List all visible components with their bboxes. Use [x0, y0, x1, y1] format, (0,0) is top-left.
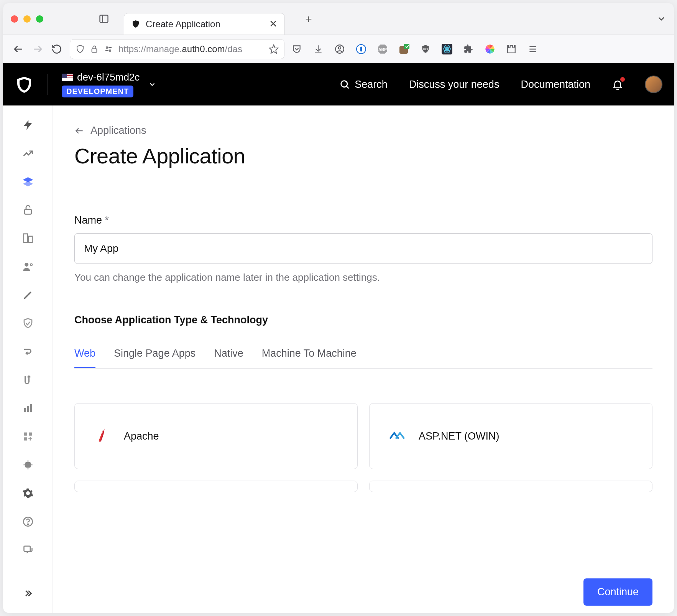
documentation-link[interactable]: Documentation [521, 79, 590, 91]
titlebar: Create Application ✕ ＋ [3, 3, 674, 35]
adblock-icon[interactable]: ABP [377, 44, 388, 54]
permissions-icon [104, 44, 113, 54]
divider [48, 74, 48, 95]
ublock-icon[interactable]: uO [420, 44, 431, 54]
tech-card-placeholder[interactable] [369, 481, 652, 492]
tech-label: ASP.NET (OWIN) [419, 430, 500, 442]
account-icon[interactable] [334, 44, 345, 54]
tech-label: Apache [124, 430, 159, 442]
reload-button[interactable] [51, 43, 63, 55]
nav-getting-started-icon[interactable] [21, 119, 35, 132]
nav-authentication-icon[interactable] [21, 203, 35, 216]
nav-security-icon[interactable] [21, 317, 35, 330]
nav-forms-icon[interactable] [21, 373, 35, 386]
svg-rect-33 [23, 234, 27, 243]
nav-settings-icon[interactable] [21, 487, 35, 500]
menu-hamburger-icon[interactable] [527, 44, 538, 54]
lock-icon [90, 45, 99, 53]
breadcrumb[interactable]: Applications [74, 125, 652, 137]
nav-extensions-icon[interactable] [21, 458, 35, 471]
svg-rect-41 [29, 433, 32, 436]
color-wheel-icon[interactable] [485, 44, 495, 54]
nav-help-icon[interactable] [21, 515, 35, 528]
nav-branding-icon[interactable] [21, 288, 35, 301]
notifications-button[interactable] [612, 79, 623, 90]
tech-card-aspnet[interactable]: ASP.NET (OWIN) [369, 403, 652, 469]
name-input[interactable] [74, 233, 652, 264]
react-devtools-icon[interactable] [442, 44, 452, 54]
svg-marker-9 [269, 45, 278, 53]
search-button[interactable]: Search [339, 79, 388, 91]
browser-window: Create Application ✕ ＋ [3, 3, 674, 613]
svg-rect-0 [100, 15, 108, 23]
extensions-puzzle-icon[interactable] [506, 44, 517, 54]
tab-spa[interactable]: Single Page Apps [114, 348, 196, 368]
window-controls [11, 15, 43, 23]
svg-point-22 [446, 48, 448, 50]
bookmark-star-icon[interactable] [269, 44, 279, 54]
minimize-window-button[interactable] [23, 15, 31, 23]
nav-feedback-icon[interactable] [21, 543, 35, 556]
nav-activity-icon[interactable] [21, 147, 35, 160]
auth0-logo-icon[interactable] [15, 75, 34, 94]
type-section-heading: Choose Application Type & Technology [74, 314, 652, 326]
tenant-name: dev-6l75md2c [77, 71, 140, 83]
sidebar-toggle-icon[interactable] [99, 13, 109, 24]
user-avatar[interactable] [645, 76, 662, 93]
search-label: Search [355, 79, 388, 91]
svg-rect-15 [360, 46, 362, 51]
search-icon [339, 79, 350, 90]
url-text: https://manage.auth0.com/das [118, 44, 242, 54]
url-input[interactable]: https://manage.auth0.com/das [70, 39, 284, 59]
tab-web[interactable]: Web [74, 348, 95, 368]
svg-text:ABP: ABP [378, 47, 387, 51]
aspnet-icon [386, 426, 407, 446]
svg-rect-39 [30, 404, 32, 412]
svg-point-7 [109, 50, 111, 51]
nav-users-icon[interactable] [21, 260, 35, 273]
nav-marketplace-icon[interactable] [21, 430, 35, 443]
nav-applications-icon[interactable] [21, 175, 35, 188]
apache-icon [92, 426, 112, 446]
tab-native[interactable]: Native [214, 348, 243, 368]
browser-tab-active[interactable]: Create Application ✕ [124, 13, 285, 35]
new-tab-button[interactable]: ＋ [303, 14, 312, 23]
nav-actions-icon[interactable] [21, 345, 35, 358]
tabs-overflow-chevron-icon[interactable] [656, 14, 666, 24]
svg-point-35 [25, 263, 28, 267]
svg-point-49 [27, 524, 28, 524]
tech-card-apache[interactable]: Apache [74, 403, 358, 469]
svg-point-30 [341, 81, 347, 87]
discuss-link[interactable]: Discuss your needs [409, 79, 500, 91]
svg-line-31 [347, 86, 349, 89]
back-button[interactable] [12, 43, 25, 55]
app-type-tabs: Web Single Page Apps Native Machine To M… [74, 348, 652, 369]
nav-expand-icon[interactable] [21, 587, 35, 600]
tech-card-placeholder[interactable] [74, 481, 358, 492]
nav-monitoring-icon[interactable] [21, 402, 35, 415]
svg-rect-40 [24, 433, 27, 436]
svg-rect-32 [25, 209, 31, 214]
notification-dot-icon [620, 77, 625, 82]
nav-organizations-icon[interactable] [21, 232, 35, 245]
download-icon[interactable] [313, 44, 324, 54]
svg-rect-38 [27, 406, 29, 412]
breadcrumb-parent: Applications [90, 125, 146, 137]
name-help-text: You can change the application name late… [74, 272, 652, 283]
tab-m2m[interactable]: Machine To Machine [262, 348, 357, 368]
tenant-switcher[interactable]: dev-6l75md2c DEVELOPMENT [62, 71, 156, 97]
continue-button[interactable]: Continue [583, 578, 652, 606]
close-window-button[interactable] [11, 15, 18, 23]
maximize-window-button[interactable] [36, 15, 43, 23]
svg-rect-42 [24, 437, 27, 440]
shield-icon [76, 44, 85, 54]
left-nav [3, 105, 53, 613]
environment-badge: DEVELOPMENT [62, 86, 133, 97]
extension-generic-icon[interactable] [463, 44, 474, 54]
onepassword-icon[interactable] [356, 44, 366, 54]
extension-badge-icon[interactable] [399, 44, 409, 54]
forward-button[interactable] [31, 43, 44, 55]
app-body: Applications Create Application Name * Y… [3, 105, 674, 613]
tab-close-icon[interactable]: ✕ [269, 18, 278, 30]
pocket-icon[interactable] [291, 44, 302, 54]
